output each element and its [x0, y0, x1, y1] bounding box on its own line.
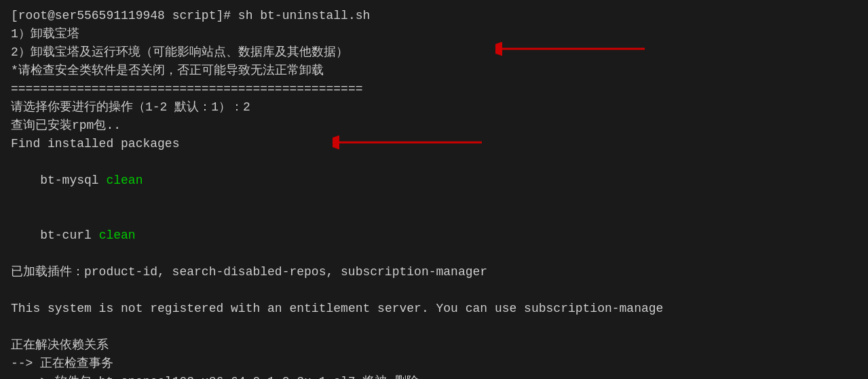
prompt-line: 请选择你要进行的操作（1-2 默认：1）：2	[11, 98, 857, 117]
system-msg-line: This system is not registered with an en…	[11, 300, 857, 318]
option2-line: 2）卸载宝塔及运行环境（可能影响站点、数据库及其他数据）	[11, 43, 857, 62]
bt-mysql-line: bt-mysql clean	[11, 153, 857, 208]
bt-curl-line: bt-curl clean	[11, 208, 857, 263]
terminal-window: [root@ser556591119948 script]# sh bt-uni…	[0, 0, 868, 379]
checking-line: --> 正在检查事务	[11, 355, 857, 373]
option1-line: 1）卸载宝塔	[11, 25, 857, 43]
cmd-line: [root@ser556591119948 script]# sh bt-uni…	[11, 7, 857, 25]
plugins-line: 已加载插件：product-id, search-disabled-repos,…	[11, 263, 857, 281]
separator-line: ========================================…	[11, 80, 857, 98]
bt-curl-label: bt-curl	[40, 228, 98, 242]
bt-mysql-label: bt-mysql	[40, 174, 106, 187]
annotation-arrow-1	[495, 35, 645, 62]
empty-line-2	[11, 318, 857, 336]
empty-line-1	[11, 281, 857, 300]
package-remove-line: ----> 软件包 bt-openssl102.x86_64.0.1.0.2u-…	[11, 373, 857, 379]
resolving-line: 正在解决依赖关系	[11, 336, 857, 355]
arrow-2-svg	[333, 129, 482, 156]
warning-line: *请检查安全类软件是否关闭，否正可能导致无法正常卸载	[11, 62, 857, 80]
annotation-arrow-2	[333, 129, 482, 156]
arrow-1-svg	[495, 35, 645, 62]
bt-mysql-status: clean	[106, 174, 143, 187]
bt-curl-status: clean	[99, 228, 136, 242]
